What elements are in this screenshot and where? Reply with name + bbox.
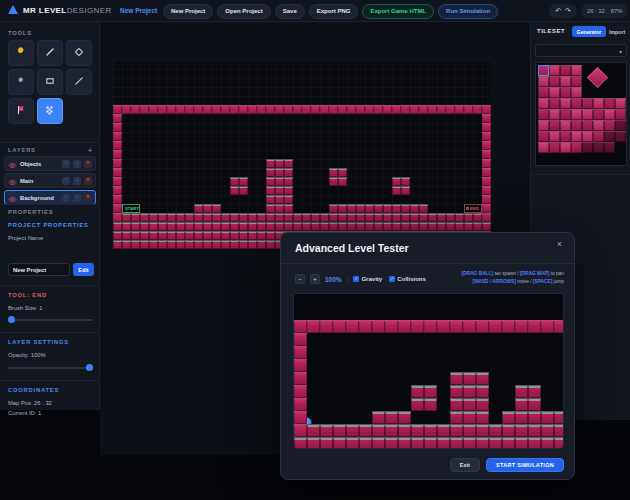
palette-tile[interactable] bbox=[593, 109, 604, 120]
palette-tile[interactable] bbox=[571, 65, 582, 76]
palette-tile[interactable] bbox=[560, 87, 571, 98]
zoom-in-button[interactable]: + bbox=[310, 274, 320, 284]
opacity-slider[interactable] bbox=[8, 364, 93, 372]
palette-tile[interactable] bbox=[560, 65, 571, 76]
palette-tile[interactable] bbox=[604, 120, 615, 131]
palette-tile[interactable] bbox=[560, 109, 571, 120]
palette-tile[interactable] bbox=[582, 120, 593, 131]
palette-tile[interactable] bbox=[582, 142, 593, 153]
palette-tile[interactable] bbox=[593, 120, 604, 131]
palette-tile[interactable] bbox=[593, 131, 604, 142]
toolbar-button-open-project[interactable]: Open Project bbox=[217, 4, 270, 19]
palette-tile[interactable] bbox=[593, 142, 604, 153]
palette-tile[interactable] bbox=[604, 142, 615, 153]
redo-icon[interactable]: ↷ bbox=[565, 7, 571, 15]
brush-size-slider[interactable] bbox=[8, 316, 93, 324]
layer-up-button[interactable]: ↑ bbox=[62, 177, 70, 185]
palette-tile[interactable] bbox=[615, 131, 626, 142]
visibility-eye-icon[interactable] bbox=[8, 172, 17, 190]
palette-tile[interactable] bbox=[571, 142, 582, 153]
palette-tile[interactable] bbox=[538, 131, 549, 142]
palette-tile[interactable] bbox=[538, 76, 549, 87]
add-layer-button[interactable]: + bbox=[88, 147, 92, 154]
palette-tile[interactable] bbox=[560, 142, 571, 153]
layer-row-objects[interactable]: Objects↑↓✕ bbox=[4, 156, 96, 171]
checkbox-gravity[interactable]: ✓Gravity bbox=[353, 276, 382, 282]
palette-tile[interactable] bbox=[604, 131, 615, 142]
palette-tile[interactable] bbox=[593, 98, 604, 109]
layer-row-background[interactable]: Background↑↓✕ bbox=[4, 190, 96, 205]
palette-tile[interactable] bbox=[549, 76, 560, 87]
palette-tile[interactable] bbox=[571, 98, 582, 109]
end-marker[interactable]: END bbox=[464, 204, 482, 213]
checkbox-collisions[interactable]: ✓Collisions bbox=[389, 276, 426, 282]
tool-eraser-button[interactable] bbox=[66, 40, 92, 66]
tile-palette[interactable] bbox=[535, 62, 627, 166]
palette-tile[interactable] bbox=[549, 87, 560, 98]
level-map[interactable]: STARTEND bbox=[113, 60, 491, 249]
palette-tile[interactable] bbox=[538, 109, 549, 120]
run-simulation-button[interactable]: Run Simulation bbox=[438, 4, 498, 19]
tool-brush-button[interactable] bbox=[8, 69, 34, 95]
palette-tile[interactable] bbox=[571, 131, 582, 142]
layer-up-button[interactable]: ↑ bbox=[62, 194, 70, 202]
palette-tile[interactable] bbox=[538, 65, 549, 76]
palette-tile[interactable] bbox=[615, 109, 626, 120]
palette-tile[interactable] bbox=[604, 109, 615, 120]
slider-knob[interactable] bbox=[86, 364, 93, 371]
toolbar-button-new-project[interactable]: New Project bbox=[163, 4, 213, 19]
layer-delete-button[interactable]: ✕ bbox=[84, 160, 92, 168]
palette-tile[interactable] bbox=[549, 65, 560, 76]
visibility-eye-icon[interactable] bbox=[8, 155, 17, 173]
tool-rectangle-button[interactable] bbox=[37, 69, 63, 95]
palette-tile[interactable] bbox=[571, 120, 582, 131]
palette-tile[interactable] bbox=[549, 131, 560, 142]
palette-tile[interactable] bbox=[571, 76, 582, 87]
palette-tile[interactable] bbox=[582, 109, 593, 120]
palette-tile[interactable] bbox=[582, 98, 593, 109]
layer-down-button[interactable]: ↓ bbox=[73, 177, 81, 185]
tool-line-button[interactable] bbox=[66, 69, 92, 95]
start-simulation-button[interactable]: START SIMULATION bbox=[486, 458, 564, 472]
export-game-html-button[interactable]: Export Game HTML bbox=[362, 4, 434, 19]
palette-tile[interactable] bbox=[538, 142, 549, 153]
close-icon[interactable]: × bbox=[557, 239, 562, 249]
undo-icon[interactable]: ↶ bbox=[555, 7, 561, 15]
toolbar-button-save[interactable]: Save bbox=[275, 4, 305, 19]
start-marker[interactable]: START bbox=[122, 204, 140, 213]
tool-end-flag-button[interactable] bbox=[37, 98, 63, 124]
palette-tile[interactable] bbox=[560, 131, 571, 142]
layer-up-button[interactable]: ↑ bbox=[62, 160, 70, 168]
palette-tile[interactable] bbox=[582, 131, 593, 142]
layer-down-button[interactable]: ↓ bbox=[73, 194, 81, 202]
palette-tile[interactable] bbox=[549, 142, 560, 153]
palette-tile[interactable] bbox=[560, 76, 571, 87]
palette-tile[interactable] bbox=[549, 120, 560, 131]
layer-row-main[interactable]: Main↑↓✕ bbox=[4, 173, 96, 188]
zoom-out-button[interactable]: − bbox=[295, 274, 305, 284]
diamond-tile[interactable] bbox=[587, 67, 608, 88]
tileset-dropdown[interactable]: ▾ bbox=[535, 44, 627, 57]
palette-tile[interactable] bbox=[604, 98, 615, 109]
palette-tile[interactable] bbox=[538, 98, 549, 109]
palette-tile[interactable] bbox=[560, 98, 571, 109]
exit-button[interactable]: Exit bbox=[450, 458, 480, 472]
project-name-input[interactable] bbox=[8, 263, 70, 276]
palette-tile[interactable] bbox=[615, 120, 626, 131]
edit-project-name-button[interactable]: Edit bbox=[73, 263, 94, 276]
tool-paint-bucket-button[interactable] bbox=[8, 40, 34, 66]
palette-tile[interactable] bbox=[549, 109, 560, 120]
layer-delete-button[interactable]: ✕ bbox=[84, 177, 92, 185]
tileset-generator-button[interactable]: Generator bbox=[572, 26, 606, 37]
tool-start-flag-button[interactable] bbox=[8, 98, 34, 124]
palette-tile[interactable] bbox=[538, 120, 549, 131]
toolbar-button-export-png[interactable]: Export PNG bbox=[309, 4, 359, 19]
slider-knob[interactable] bbox=[8, 316, 15, 323]
tileset-import-button[interactable]: Import bbox=[609, 26, 625, 37]
palette-tile[interactable] bbox=[571, 87, 582, 98]
palette-tile[interactable] bbox=[615, 98, 626, 109]
layer-down-button[interactable]: ↓ bbox=[73, 160, 81, 168]
tool-pencil-button[interactable] bbox=[37, 40, 63, 66]
tester-canvas[interactable] bbox=[293, 293, 564, 449]
layer-delete-button[interactable]: ✕ bbox=[84, 194, 92, 202]
